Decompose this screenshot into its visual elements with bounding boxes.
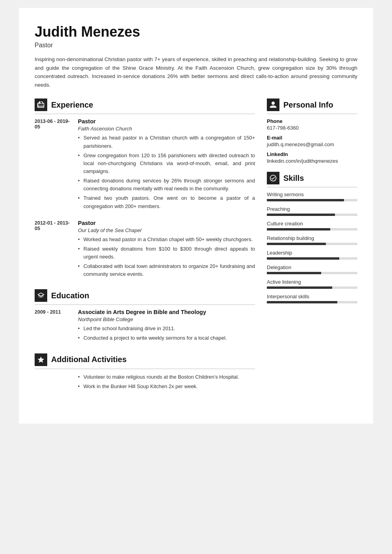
skill-bar-bg-0 [267,199,357,201]
skill-name-4: Leadership [267,250,357,256]
skill-item-0: Writing sermons [267,191,357,201]
skill-name-6: Active listening [267,279,357,285]
skill-bar-fill-2 [267,228,330,231]
exp-bullet-0-2: Raised donations during services by 26% … [78,177,255,193]
info-label-2: LinkedIn [267,151,357,157]
skill-bar-bg-4 [267,257,357,260]
personal-info-fields: Phone617-798-6360E-mailjudith.q.menezes@… [267,118,357,164]
skill-bar-bg-7 [267,301,357,303]
skill-bar-fill-4 [267,257,339,260]
info-label-1: E-mail [267,135,357,141]
skill-bar-fill-0 [267,199,344,201]
experience-item-0: 2013-06 - 2019-05PastorFaith Ascension C… [35,118,255,212]
additional-icon [35,353,47,366]
exp-bullet-1-1: Raised weekly donations from $100 to $30… [78,245,255,261]
info-value-0: 617-798-6360 [267,125,357,131]
additional-header: Additional Activities [35,353,255,369]
personal-info-header: Personal Info [267,99,357,114]
additional-title: Additional Activities [51,355,127,364]
skill-bar-bg-6 [267,286,357,289]
experience-header: Experience [35,99,255,114]
education-section: Education 2009 - 2011Associate in Arts D… [35,289,255,344]
exp-bullets-1: Worked as head pastor in a Christian cha… [78,236,255,279]
skill-bar-bg-2 [267,228,357,231]
skill-name-5: Delegation [267,264,357,270]
candidate-name: Judith Menezes [35,24,357,40]
skill-bar-bg-5 [267,272,357,274]
education-icon [35,289,47,302]
edu-degree-0: Associate in Arts Degree in Bible and Th… [78,309,255,315]
skill-item-5: Delegation [267,264,357,274]
exp-bullets-0: Served as head pastor in a Christian chu… [78,134,255,210]
exp-content-1: PastorOur Lady of the Sea ChapelWorked a… [78,220,255,280]
skill-item-4: Leadership [267,250,357,260]
skill-bar-fill-6 [267,286,332,289]
edu-bullets-0: Led the school fundraising drive in 2011… [78,325,255,342]
left-column: Experience 2013-06 - 2019-05PastorFaith … [35,99,255,400]
exp-org-1: Our Lady of the Sea Chapel [78,227,255,233]
skill-bar-fill-3 [267,243,326,245]
skill-name-2: Culture creation [267,221,357,227]
exp-org-0: Faith Ascension Church [78,126,255,132]
exp-job-title-0: Pastor [78,118,255,125]
skills-icon [267,172,279,184]
skill-name-7: Interpersonal skills [267,294,357,299]
edu-school-0: Northpoint Bible College [78,316,255,322]
right-column: Personal Info Phone617-798-6360E-mailjud… [267,99,357,400]
skills-list: Writing sermonsPreachingCulture creation… [267,191,357,303]
exp-bullet-1-0: Worked as head pastor in a Christian cha… [78,236,255,244]
additional-bullets: Volunteer to make religious rounds at th… [78,373,255,390]
additional-section: Additional Activities Volunteer to make … [35,353,255,390]
skill-bar-fill-7 [267,301,337,303]
education-header: Education [35,289,255,305]
experience-list: 2013-06 - 2019-05PastorFaith Ascension C… [35,118,255,280]
exp-bullet-0-3: Trained two youth pastors. One went on t… [78,194,255,210]
experience-title: Experience [51,100,93,110]
edu-bullet-0-1: Conducted a project to write weekly serm… [78,334,255,342]
edu-content-0: Associate in Arts Degree in Bible and Th… [78,309,255,344]
experience-section: Experience 2013-06 - 2019-05PastorFaith … [35,99,255,280]
experience-item-1: 2012-01 - 2013-05PastorOur Lady of the S… [35,220,255,280]
skill-bar-bg-1 [267,214,357,216]
education-item-0: 2009 - 2011Associate in Arts Degree in B… [35,309,255,344]
exp-dates-0: 2013-06 - 2019-05 [35,118,70,212]
education-list: 2009 - 2011Associate in Arts Degree in B… [35,309,255,344]
skills-section: Skills Writing sermonsPreachingCulture c… [267,172,357,303]
info-label-0: Phone [267,118,357,124]
skill-item-2: Culture creation [267,221,357,231]
candidate-title: Pastor [35,42,357,49]
exp-bullet-0-0: Served as head pastor in a Christian chu… [78,134,255,150]
skill-name-0: Writing sermons [267,191,357,197]
skill-name-3: Relationship building [267,235,357,241]
additional-bullet-0: Volunteer to make religious rounds at th… [78,373,255,381]
skill-bar-fill-1 [267,214,335,216]
resume: Judith Menezes Pastor Inspiring non-deno… [19,8,373,424]
skill-bar-bg-3 [267,243,357,245]
skill-item-7: Interpersonal skills [267,294,357,303]
skills-header: Skills [267,172,357,188]
edu-bullet-0-0: Led the school fundraising drive in 2011… [78,325,255,333]
experience-icon [35,99,47,111]
skill-bar-fill-5 [267,272,321,274]
skill-item-1: Preaching [267,206,357,216]
info-value-1: judith.q.menezes@gmail.com [267,141,357,147]
exp-bullet-1-2: Collaborated with local town administrat… [78,262,255,278]
exp-dates-1: 2012-01 - 2013-05 [35,220,70,280]
personal-info-title: Personal Info [283,100,333,110]
exp-bullet-0-1: Grew congregation from 120 to 156 parish… [78,152,255,175]
additional-bullet-1: Work in the Bunker Hill Soup Kitchen 2x … [78,383,255,390]
skill-name-1: Preaching [267,206,357,212]
exp-job-title-1: Pastor [78,220,255,226]
skills-title: Skills [283,174,304,183]
info-value-2: linkedin.com/in/judithqmenezes [267,158,357,164]
skill-item-6: Active listening [267,279,357,289]
personal-info-icon [267,99,279,111]
education-title: Education [51,291,89,300]
summary-text: Inspiring non-denominational Christian p… [35,55,357,89]
personal-info-section: Personal Info Phone617-798-6360E-mailjud… [267,99,357,164]
edu-dates-0: 2009 - 2011 [35,309,70,344]
exp-content-0: PastorFaith Ascension ChurchServed as he… [78,118,255,212]
skill-item-3: Relationship building [267,235,357,245]
